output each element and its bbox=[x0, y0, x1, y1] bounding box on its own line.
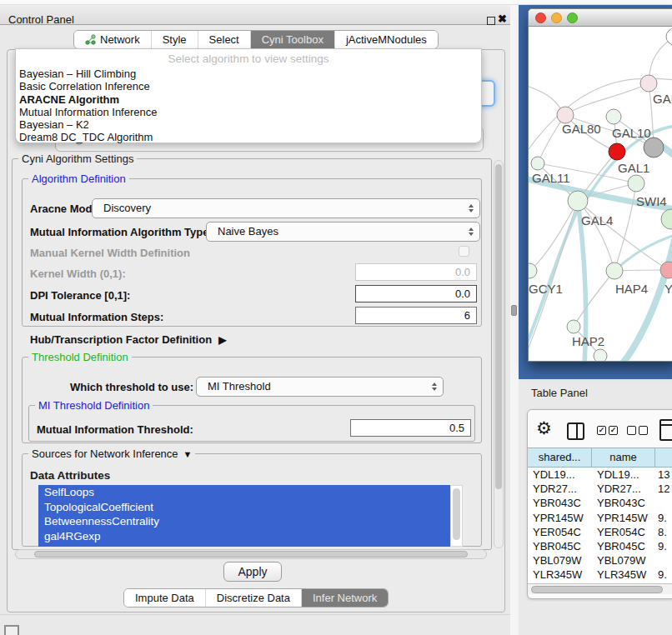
table-row[interactable]: YER054CYER054C8. bbox=[528, 525, 672, 539]
network-node[interactable] bbox=[661, 209, 672, 229]
table-row[interactable]: YDL19...YDL19...13 bbox=[528, 468, 672, 482]
mac-close-icon[interactable] bbox=[535, 12, 546, 23]
gear-icon[interactable]: ⚙ bbox=[536, 418, 552, 438]
attribute-item[interactable]: gal4RGexp bbox=[38, 529, 450, 544]
split-divider-grip[interactable] bbox=[511, 305, 517, 316]
table-tool-icon-partial[interactable] bbox=[659, 419, 672, 441]
mi-threshold-field[interactable]: 0.5 bbox=[350, 419, 471, 437]
network-node[interactable] bbox=[609, 143, 625, 160]
checked-checkbox-icon[interactable]: ✓ bbox=[597, 426, 606, 435]
settings-vertical-scrollbar[interactable] bbox=[494, 160, 504, 548]
network-graph-canvas[interactable]: GALGAL80GAL10GAL11GAL1SWI4GAL4GCY1HAP4YH… bbox=[529, 28, 672, 362]
tab-jactivemnodules[interactable]: jActiveMNodules bbox=[334, 31, 438, 48]
table-header-row: shared... name bbox=[528, 448, 672, 468]
network-node[interactable] bbox=[594, 349, 607, 362]
apply-button[interactable]: Apply bbox=[223, 562, 282, 582]
aracne-mode-combo[interactable]: Discovery bbox=[92, 198, 480, 218]
table-cell: YDR27... bbox=[592, 482, 655, 496]
algorithm-option[interactable]: Bayesian – Hill Climbing bbox=[16, 68, 481, 80]
expand-right-icon[interactable]: ▶ bbox=[218, 334, 226, 346]
network-node-label: GAL1 bbox=[618, 161, 649, 175]
column-header-shared-name[interactable]: shared... bbox=[528, 448, 592, 467]
network-edge[interactable] bbox=[578, 201, 672, 277]
hub-tf-definition-expander[interactable]: Hub/Transcription Factor Definition▶ bbox=[30, 333, 226, 346]
settings-horizontal-scrollbar[interactable] bbox=[15, 549, 487, 559]
unchecked-checkbox-icon[interactable] bbox=[639, 426, 648, 435]
attributes-scrollbar[interactable] bbox=[450, 485, 463, 547]
table-cell: YBR045C bbox=[592, 539, 655, 553]
mac-zoom-icon[interactable] bbox=[567, 12, 578, 23]
algorithm-option[interactable]: Bayesian – K2 bbox=[16, 118, 481, 131]
columns-icon[interactable] bbox=[567, 422, 584, 440]
algorithm-option[interactable]: Basic Correlation Inference bbox=[16, 80, 481, 92]
algorithm-dropdown-popup: Select algorithm to view settings Bayesi… bbox=[15, 48, 482, 143]
table-row[interactable]: YPR145WYPR145W9. bbox=[528, 511, 672, 525]
table-cell: 12 bbox=[655, 482, 672, 496]
network-node[interactable] bbox=[628, 175, 644, 192]
tab-infer-network[interactable]: Infer Network bbox=[301, 589, 388, 607]
network-edge[interactable] bbox=[529, 201, 578, 360]
algorithm-option[interactable]: Dream8 DC_TDC Algorithm bbox=[16, 131, 481, 143]
close-icon[interactable]: ✖ bbox=[498, 12, 507, 25]
network-node[interactable] bbox=[557, 107, 574, 123]
dpi-tolerance-field[interactable]: 0.0 bbox=[355, 285, 477, 302]
dock-panel-icon[interactable] bbox=[4, 625, 19, 635]
attributes-scrollbar-thumb[interactable] bbox=[453, 488, 460, 540]
attribute-item[interactable]: TopologicalCoefficient bbox=[38, 500, 450, 515]
tab-cyni-toolbox[interactable]: Cyni Toolbox bbox=[250, 31, 334, 48]
attribute-item[interactable]: BetweennessCentrality bbox=[38, 514, 450, 529]
network-node[interactable] bbox=[644, 138, 664, 158]
table-panel-title: Table Panel bbox=[531, 387, 588, 399]
table-horizontal-scrollbar[interactable] bbox=[528, 583, 672, 594]
table-row[interactable]: YBR045CYBR045C9. bbox=[528, 539, 672, 553]
network-node[interactable] bbox=[606, 109, 621, 124]
attribute-item[interactable]: SelfLoops bbox=[38, 485, 450, 500]
network-window-titlebar[interactable] bbox=[529, 9, 672, 27]
column-header-partial[interactable] bbox=[655, 448, 672, 467]
table-row[interactable]: YBL079WYBL079W bbox=[528, 553, 672, 568]
table-row[interactable]: YLR345WYLR345W9. bbox=[528, 568, 672, 582]
tab-style[interactable]: Style bbox=[151, 31, 198, 48]
mi-steps-field[interactable]: 6 bbox=[355, 307, 477, 324]
network-edge[interactable] bbox=[529, 201, 578, 271]
algorithm-option[interactable]: ARACNE Algorithm bbox=[16, 93, 481, 106]
network-node[interactable] bbox=[531, 157, 544, 170]
tab-discretize-data[interactable]: Discretize Data bbox=[205, 589, 301, 607]
network-node-label: GAL80 bbox=[562, 122, 601, 136]
tab-impute-data[interactable]: Impute Data bbox=[124, 589, 205, 607]
tab-network[interactable]: Network bbox=[74, 31, 151, 48]
column-header-name[interactable]: name bbox=[592, 448, 655, 467]
table-cell: YER054C bbox=[592, 525, 655, 539]
unchecked-checkbox-icon[interactable] bbox=[627, 426, 636, 435]
table-row[interactable]: YBR043CYBR043C bbox=[528, 496, 672, 510]
settings-hscrollbar-thumb[interactable] bbox=[34, 551, 468, 558]
float-window-icon[interactable] bbox=[487, 17, 495, 25]
data-attributes-list[interactable]: SelfLoopsTopologicalCoefficientBetweenne… bbox=[38, 485, 450, 547]
bottom-tabs: Impute Data Discretize Data Infer Networ… bbox=[123, 588, 389, 608]
table-hscrollbar-thumb[interactable] bbox=[531, 586, 663, 593]
checked-checkbox-icon[interactable]: ✓ bbox=[609, 426, 618, 435]
algorithm-popup-hint: Select algorithm to view settings bbox=[16, 52, 481, 65]
network-node-label: GAL11 bbox=[532, 171, 570, 185]
network-node[interactable] bbox=[640, 75, 657, 92]
spinner-arrows-icon bbox=[432, 382, 437, 391]
network-node[interactable] bbox=[606, 262, 623, 279]
network-edge[interactable] bbox=[574, 271, 614, 327]
which-threshold-label: Which threshold to use: bbox=[70, 381, 193, 393]
mi-type-combo[interactable]: Naive Bayes bbox=[206, 222, 480, 242]
network-node[interactable] bbox=[567, 320, 580, 333]
kernel-width-field[interactable]: 0.0 bbox=[355, 263, 477, 281]
network-node-label: SWI4 bbox=[636, 194, 667, 208]
collapse-down-icon[interactable]: ▼ bbox=[183, 449, 193, 459]
tab-select[interactable]: Select bbox=[198, 31, 250, 48]
which-threshold-combo[interactable]: MI Threshold bbox=[196, 377, 444, 397]
table-cell: YPR145W bbox=[592, 511, 655, 525]
table-row[interactable]: YDR27...YDR27...12 bbox=[528, 482, 672, 496]
settings-scrollbar-thumb[interactable] bbox=[495, 164, 502, 489]
split-divider[interactable] bbox=[510, 5, 519, 635]
hub-tf-definition-label: Hub/Transcription Factor Definition bbox=[30, 333, 212, 346]
algorithm-option[interactable]: Mutual Information Inference bbox=[16, 106, 481, 118]
mac-minimize-icon[interactable] bbox=[551, 12, 562, 23]
manual-kernel-checkbox[interactable] bbox=[459, 246, 469, 257]
network-node[interactable] bbox=[568, 191, 588, 211]
